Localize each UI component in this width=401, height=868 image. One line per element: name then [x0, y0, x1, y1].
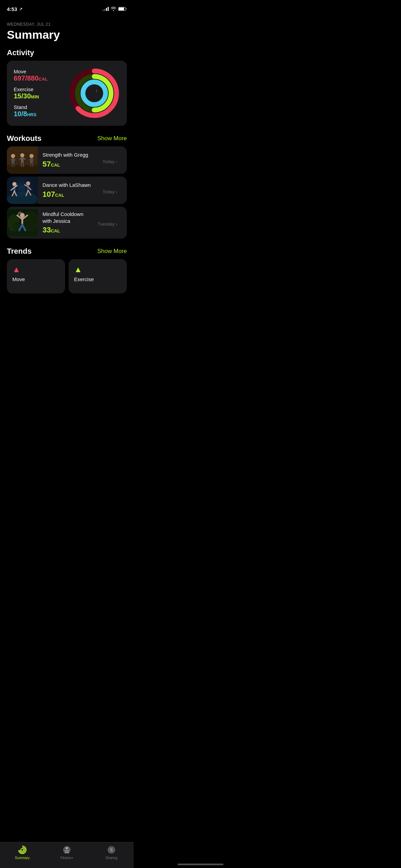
svg-rect-17 — [12, 164, 13, 167]
activity-stats: Move 697/880CAL Exercise 15/30MIN Stand … — [14, 69, 48, 118]
trend-cards-row: ▲ Move ▲ Exercise — [7, 259, 127, 293]
workout-card-mindful[interactable]: Mindful Cooldown with Jessica 33CAL Tues… — [7, 207, 127, 239]
workouts-title: Workouts — [7, 134, 41, 143]
exercise-label: Exercise — [14, 86, 48, 92]
svg-rect-30 — [32, 164, 33, 167]
trends-section-header: Trends Show More — [7, 247, 127, 256]
move-stat: Move 697/880CAL — [14, 69, 48, 82]
svg-point-34 — [12, 182, 16, 186]
trends-title: Trends — [7, 247, 32, 256]
activity-rings: → →→ ↑ — [69, 68, 120, 119]
status-bar: 4:53 ↗ — [0, 0, 134, 15]
svg-rect-14 — [12, 158, 14, 164]
trend-card-exercise[interactable]: ▲ Exercise — [69, 259, 127, 293]
workouts-section: Workouts Show More — [7, 134, 127, 239]
workout-right-strength: Today › — [102, 156, 127, 164]
svg-rect-27 — [29, 159, 31, 160]
workout-right-mindful: Tuesday › — [98, 219, 127, 227]
page-title: Summary — [7, 28, 127, 41]
workout-when-dance: Today › — [102, 189, 122, 194]
workout-cal-strength: 57CAL — [42, 160, 98, 169]
status-time: 4:53 ↗ — [7, 6, 22, 12]
workout-thumb-mindful — [7, 209, 38, 237]
workout-when-mindful: Tuesday › — [98, 221, 122, 227]
svg-rect-23 — [21, 163, 22, 167]
activity-section-header: Activity — [7, 48, 127, 57]
activity-card[interactable]: Move 697/880CAL Exercise 15/30MIN Stand … — [7, 61, 127, 126]
svg-text:→→: →→ — [101, 83, 110, 88]
date-label: Wednesday, Jul 21 — [7, 22, 127, 27]
battery-icon — [118, 7, 127, 11]
exercise-stat: Exercise 15/30MIN — [14, 86, 48, 100]
trend-card-move[interactable]: ▲ Move — [7, 259, 65, 293]
stand-stat: Stand 10/8HRS — [14, 104, 48, 118]
status-icons — [102, 7, 127, 11]
workout-info-dance: Dance with LaShawn 107CAL — [38, 178, 102, 203]
svg-rect-15 — [11, 159, 13, 160]
svg-rect-28 — [32, 159, 34, 160]
workout-info-strength: Strength with Gregg 57CAL — [38, 147, 102, 173]
svg-rect-26 — [30, 158, 33, 164]
svg-rect-18 — [14, 164, 15, 167]
trend-label-exercise: Exercise — [74, 276, 121, 282]
svg-rect-1 — [119, 8, 124, 10]
move-label: Move — [14, 69, 48, 74]
trends-show-more-button[interactable]: Show More — [97, 248, 127, 255]
workout-right-dance: Today › — [102, 186, 127, 194]
stand-label: Stand — [14, 104, 48, 110]
workout-content-strength: Strength with Gregg 57CAL Today › — [38, 147, 127, 173]
scroll-content: Wednesday, Jul 21 Summary Activity Move … — [0, 22, 134, 333]
signal-icon — [102, 7, 109, 11]
workout-content-dance: Dance with LaShawn 107CAL Today › — [38, 178, 127, 203]
svg-rect-16 — [14, 159, 16, 160]
svg-text:↑: ↑ — [96, 88, 98, 93]
workout-card-dance[interactable]: Dance with LaShawn 107CAL Today › — [7, 177, 127, 204]
trend-label-move: Move — [12, 276, 60, 282]
workout-cal-dance: 107CAL — [42, 190, 98, 199]
workout-thumb-dance — [7, 177, 38, 204]
trends-section: Trends Show More ▲ Move ▲ Exercise — [7, 247, 127, 293]
svg-point-19 — [20, 153, 24, 157]
workout-thumb-strength — [7, 146, 38, 174]
workouts-section-header: Workouts Show More — [7, 134, 127, 143]
trend-arrow-move: ▲ — [12, 265, 60, 274]
svg-rect-24 — [23, 163, 24, 167]
workout-name-mindful: Mindful Cooldown with Jessica — [42, 211, 93, 224]
workout-card-strength[interactable]: Strength with Gregg 57CAL Today › — [7, 146, 127, 174]
workouts-show-more-button[interactable]: Show More — [97, 135, 127, 142]
svg-point-13 — [11, 154, 15, 158]
svg-point-25 — [29, 154, 34, 158]
svg-text:→: → — [106, 75, 110, 81]
activity-section-title: Activity — [7, 48, 34, 57]
workout-cal-mindful: 33CAL — [42, 226, 93, 234]
wifi-icon — [111, 7, 116, 11]
svg-point-40 — [26, 181, 30, 185]
exercise-value: 15/30MIN — [14, 92, 48, 100]
workout-info-mindful: Mindful Cooldown with Jessica 33CAL — [38, 207, 98, 239]
move-value: 697/880CAL — [14, 74, 48, 82]
svg-rect-29 — [30, 164, 31, 167]
workout-when-strength: Today › — [102, 159, 122, 164]
trend-arrow-exercise: ▲ — [74, 265, 121, 274]
workout-name-dance: Dance with LaShawn — [42, 182, 98, 189]
stand-value: 10/8HRS — [14, 110, 48, 118]
workout-content-mindful: Mindful Cooldown with Jessica 33CAL Tues… — [38, 207, 127, 239]
workout-name-strength: Strength with Gregg — [42, 152, 98, 158]
